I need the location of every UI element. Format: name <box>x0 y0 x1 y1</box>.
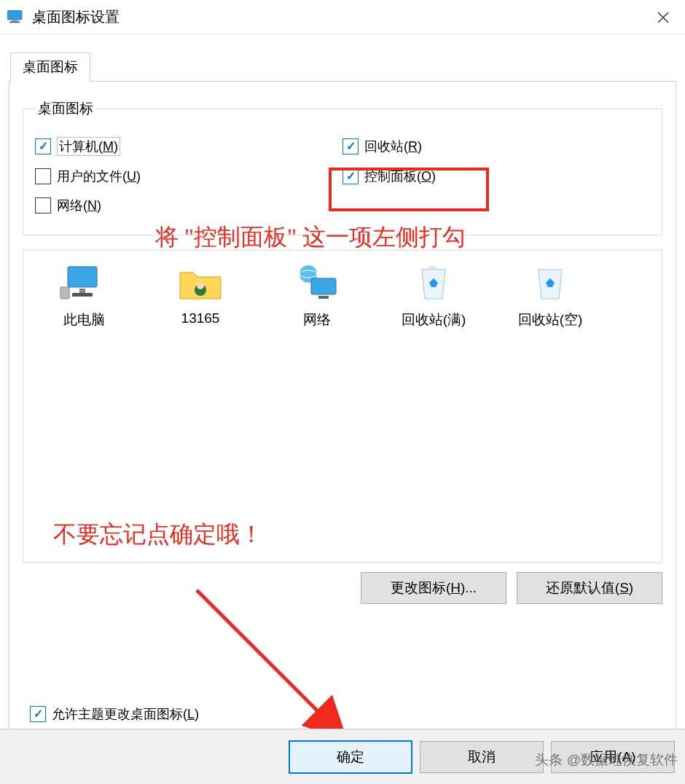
titlebar: 桌面图标设置 <box>0 0 685 35</box>
ok-button[interactable]: 确定 <box>289 740 412 774</box>
network-icon <box>291 262 343 303</box>
checkbox-label: 允许主题更改桌面图标(L) <box>52 705 199 723</box>
icon-button-row: 更改图标(H)... 还原默认值(S) <box>23 572 662 604</box>
checkbox-icon <box>35 138 51 154</box>
checkbox-icon <box>30 706 46 722</box>
checkbox-network[interactable]: 网络(N) <box>35 194 342 217</box>
icon-item-recycle-full[interactable]: 回收站(满) <box>379 262 488 329</box>
checkbox-icon <box>35 168 51 184</box>
checkbox-icon <box>342 138 359 154</box>
checkbox-icon <box>35 197 51 213</box>
dialog-footer: 确定 取消 应用(A) <box>0 729 685 784</box>
close-button[interactable] <box>641 0 685 35</box>
svg-rect-2 <box>9 21 20 23</box>
icon-label: 网络 <box>262 310 372 329</box>
icon-item-user[interactable]: 13165 <box>146 262 255 326</box>
checkbox-user-files[interactable]: 用户的文件(U) <box>35 165 342 188</box>
tabstrip: 桌面图标 <box>10 52 685 82</box>
svg-rect-13 <box>311 278 336 294</box>
checkbox-label: 回收站(R) <box>364 138 422 155</box>
checkbox-label: 控制面板(O) <box>364 168 436 185</box>
recycle-full-icon <box>407 262 460 303</box>
thispc-icon <box>58 262 110 303</box>
tab-desktop-icons[interactable]: 桌面图标 <box>10 52 90 82</box>
svg-rect-7 <box>72 293 93 297</box>
svg-rect-8 <box>60 287 69 299</box>
icon-item-recycle-empty[interactable]: 回收站(空) <box>496 262 605 329</box>
tab-panel: 桌面图标 计算机(M) 回收站(R) 用户的文件(U) <box>9 81 676 737</box>
checkbox-label: 网络(N) <box>57 197 101 214</box>
svg-rect-0 <box>8 10 22 19</box>
icon-item-network[interactable]: 网络 <box>262 262 372 329</box>
checkbox-icon <box>342 168 359 184</box>
change-icon-button[interactable]: 更改图标(H)... <box>361 572 506 604</box>
checkbox-computer[interactable]: 计算机(M) <box>35 134 342 159</box>
restore-defaults-button[interactable]: 还原默认值(S) <box>517 572 662 604</box>
user-folder-icon <box>174 262 227 303</box>
icon-label: 13165 <box>146 310 255 326</box>
icon-label: 此电脑 <box>29 310 138 329</box>
svg-rect-1 <box>12 20 18 21</box>
group-desktop-icons: 桌面图标 计算机(M) 回收站(R) 用户的文件(U) <box>23 99 662 235</box>
icon-item-thispc[interactable]: 此电脑 <box>29 262 138 329</box>
app-icon <box>6 9 26 26</box>
svg-point-10 <box>197 282 204 289</box>
window-title: 桌面图标设置 <box>32 7 641 27</box>
checkbox-allow-themes[interactable]: 允许主题更改桌面图标(L) <box>30 705 199 723</box>
recycle-empty-icon <box>524 262 576 303</box>
svg-rect-6 <box>79 289 85 293</box>
checkbox-label: 用户的文件(U) <box>57 168 141 185</box>
cancel-button[interactable]: 取消 <box>420 741 544 773</box>
icon-label: 回收站(空) <box>496 310 605 329</box>
svg-rect-5 <box>68 267 97 287</box>
checkbox-label: 计算机(M) <box>57 137 120 156</box>
close-icon <box>657 11 670 24</box>
icon-preview-grid: 此电脑 13165 网络 <box>23 250 662 563</box>
apply-button[interactable]: 应用(A) <box>551 741 675 773</box>
icon-label: 回收站(满) <box>379 310 488 329</box>
svg-rect-14 <box>318 296 329 299</box>
checkbox-recycle-bin[interactable]: 回收站(R) <box>342 134 650 159</box>
group-legend: 桌面图标 <box>35 99 96 118</box>
checkbox-control-panel[interactable]: 控制面板(O) <box>342 165 650 188</box>
